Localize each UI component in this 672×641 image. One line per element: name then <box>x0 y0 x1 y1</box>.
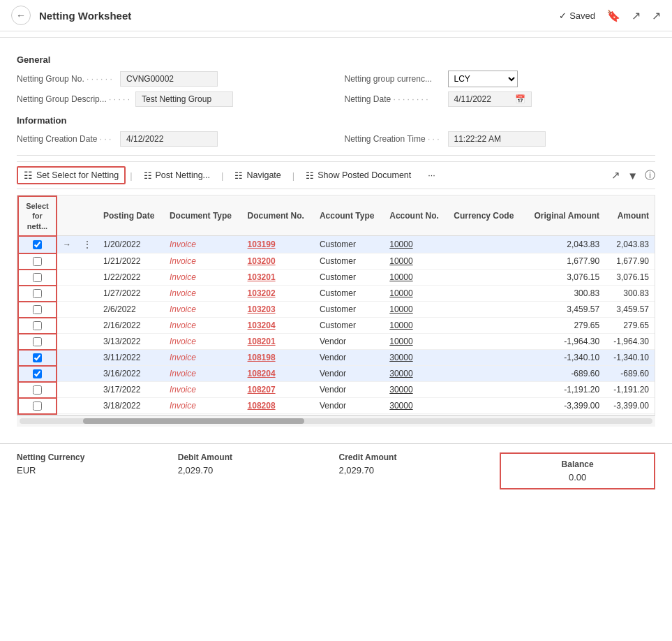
post-netting-button[interactable]: ☷ Post Netting... <box>137 167 218 184</box>
account-no-cell[interactable]: 10000 <box>384 236 448 253</box>
amount-cell: 279.65 <box>605 318 655 334</box>
bookmark-icon[interactable]: 🔖 <box>606 9 620 22</box>
doc-no-cell[interactable]: 108207 <box>242 382 314 398</box>
original-amount-cell: 279.65 <box>524 318 605 334</box>
expand-icon[interactable]: ↗ <box>652 9 661 22</box>
row-dots-cell[interactable] <box>77 366 98 382</box>
show-posted-document-button[interactable]: ☷ Show Posted Document <box>299 167 418 184</box>
row-dots-icon[interactable]: ⋮ <box>82 239 92 250</box>
filter-icon[interactable]: ▼ <box>627 170 638 182</box>
account-type-cell: Customer <box>314 270 384 286</box>
row-dots-cell[interactable] <box>77 398 98 414</box>
posting-date-cell: 2/6/2022 <box>98 302 164 318</box>
row-dots-cell[interactable] <box>77 334 98 350</box>
select-checkbox-cell[interactable] <box>18 318 57 334</box>
doc-no-cell[interactable]: 103201 <box>242 270 314 286</box>
select-checkbox[interactable] <box>33 289 42 298</box>
more-options-button[interactable]: ··· <box>421 167 442 184</box>
select-checkbox-cell[interactable] <box>18 286 57 302</box>
row-arrow-cell <box>57 334 77 350</box>
scrollbar-thumb[interactable] <box>83 418 304 424</box>
select-checkbox[interactable] <box>33 273 42 282</box>
information-section: Information Netting Creation Date · · · … <box>17 115 655 147</box>
select-checkbox[interactable] <box>33 337 42 346</box>
row-dots-cell[interactable] <box>77 270 98 286</box>
account-type-cell: Vendor <box>314 366 384 382</box>
account-no-cell[interactable]: 30000 <box>384 398 448 414</box>
account-no-cell[interactable]: 30000 <box>384 366 448 382</box>
doc-no-cell[interactable]: 103203 <box>242 302 314 318</box>
col-header-posting-date: Posting Date <box>98 196 164 236</box>
doc-no-cell[interactable]: 108201 <box>242 334 314 350</box>
toolbar-separator-3: | <box>292 170 294 181</box>
account-type-cell: Customer <box>314 253 384 270</box>
doc-no-cell[interactable]: 103200 <box>242 253 314 270</box>
posting-date-cell: 1/22/2022 <box>98 270 164 286</box>
currency-code-cell <box>448 318 523 334</box>
calendar-icon[interactable]: 📅 <box>515 94 525 104</box>
select-checkbox-cell[interactable] <box>18 253 57 270</box>
select-checkbox[interactable] <box>33 401 42 411</box>
account-no-cell[interactable]: 30000 <box>384 350 448 366</box>
row-dots-cell[interactable] <box>77 350 98 366</box>
share-toolbar-icon[interactable]: ↗ <box>611 169 620 182</box>
select-checkbox[interactable] <box>33 257 42 266</box>
back-button[interactable]: ← <box>11 6 31 25</box>
share-icon[interactable]: ↗ <box>632 9 641 22</box>
row-dots-cell[interactable] <box>77 286 98 302</box>
original-amount-cell: -1,964.30 <box>524 334 605 350</box>
select-checkbox[interactable] <box>33 240 42 249</box>
set-select-for-netting-button[interactable]: ☷ Set Select for Netting <box>17 166 126 184</box>
netting-date-label: Netting Date · · · · · · · · <box>345 94 442 104</box>
debit-amount-value: 2,029.70 <box>178 465 334 476</box>
select-checkbox[interactable] <box>33 353 42 362</box>
header: ← Netting Worksheet ✓ Saved 🔖 ↗ ↗ <box>0 0 672 31</box>
row-dots-cell[interactable] <box>77 253 98 270</box>
currency-code-cell <box>448 253 523 270</box>
select-checkbox-cell[interactable] <box>18 236 57 253</box>
navigate-button[interactable]: ☷ Navigate <box>227 167 288 184</box>
doc-no-cell[interactable]: 103204 <box>242 318 314 334</box>
account-no-cell[interactable]: 30000 <box>384 382 448 398</box>
doc-no-cell[interactable]: 108198 <box>242 350 314 366</box>
account-no-cell[interactable]: 10000 <box>384 302 448 318</box>
info-icon[interactable]: ⓘ <box>645 169 655 182</box>
general-form: Netting Group No. · · · · · · CVNG00002 … <box>17 71 655 107</box>
doc-no-cell[interactable]: 103202 <box>242 286 314 302</box>
col-header-account-no: Account No. <box>384 196 448 236</box>
account-type-cell: Customer <box>314 286 384 302</box>
currency-code-cell <box>448 302 523 318</box>
original-amount-cell: 2,043.83 <box>524 236 605 253</box>
select-checkbox[interactable] <box>33 321 42 330</box>
select-checkbox-cell[interactable] <box>18 398 57 414</box>
account-no-cell[interactable]: 10000 <box>384 318 448 334</box>
horizontal-scrollbar[interactable] <box>17 415 655 427</box>
row-dots-cell[interactable] <box>77 318 98 334</box>
doc-no-cell[interactable]: 108208 <box>242 398 314 414</box>
select-checkbox-cell[interactable] <box>18 270 57 286</box>
row-dots-cell[interactable] <box>77 302 98 318</box>
debit-amount-col: Debit Amount 2,029.70 <box>178 452 334 489</box>
account-no-cell[interactable]: 10000 <box>384 334 448 350</box>
select-checkbox-cell[interactable] <box>18 334 57 350</box>
account-no-cell[interactable]: 10000 <box>384 286 448 302</box>
select-checkbox-cell[interactable] <box>18 382 57 398</box>
row-dots-cell[interactable]: ⋮ <box>77 236 98 253</box>
account-no-cell[interactable]: 10000 <box>384 270 448 286</box>
netting-group-currency-select[interactable]: LCY EUR USD <box>448 71 518 87</box>
select-checkbox-cell[interactable] <box>18 302 57 318</box>
posting-date-cell: 3/16/2022 <box>98 366 164 382</box>
doc-no-cell[interactable]: 103199 <box>242 236 314 253</box>
doc-type-cell: Invoice <box>164 350 242 366</box>
table-row: 3/16/2022Invoice108204Vendor30000-689.60… <box>18 366 655 382</box>
select-checkbox[interactable] <box>33 385 42 395</box>
account-no-cell[interactable]: 10000 <box>384 253 448 270</box>
select-checkbox-cell[interactable] <box>18 350 57 366</box>
amount-cell: 3,076.15 <box>605 270 655 286</box>
select-checkbox[interactable] <box>33 369 42 378</box>
doc-no-cell[interactable]: 108204 <box>242 366 314 382</box>
select-checkbox[interactable] <box>33 305 42 314</box>
row-dots-cell[interactable] <box>77 382 98 398</box>
account-type-cell: Customer <box>314 236 384 253</box>
select-checkbox-cell[interactable] <box>18 366 57 382</box>
